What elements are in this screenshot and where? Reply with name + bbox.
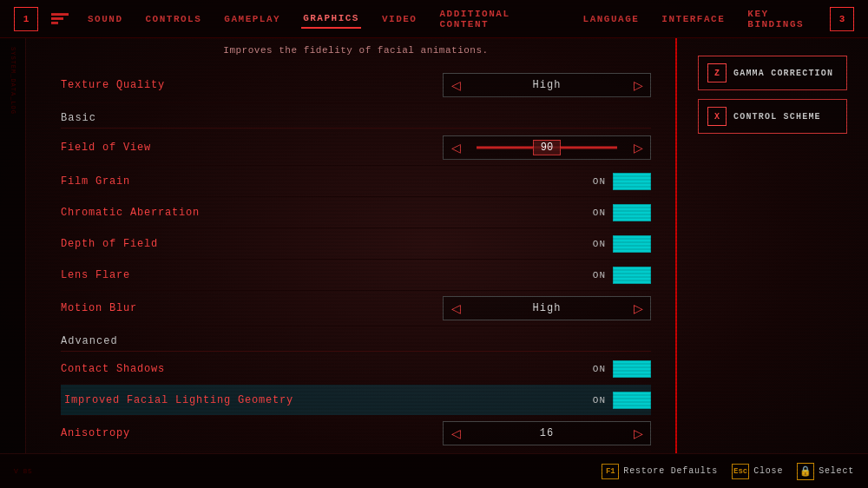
chromatic-aberration-toggle[interactable] [613, 204, 651, 221]
film-grain-label: Film Grain [61, 175, 564, 188]
logo-line-1 [51, 13, 69, 16]
facial-lighting-row: Improved Facial Lighting Geometry ON [61, 385, 651, 416]
lock-icon: 🔒 [797, 463, 814, 480]
fov-left-arrow[interactable]: ◁ [444, 135, 468, 160]
texture-quality-value: High [468, 79, 626, 91]
right-panel: Z GAMMA CORRECTION X CONTROL SCHEME [686, 38, 859, 453]
nav-item-language[interactable]: LANGUAGE [582, 10, 641, 28]
restore-label: Restore Defaults [623, 466, 718, 476]
fov-inner: 90 [468, 136, 626, 159]
version-text: V 85 [14, 467, 32, 475]
close-action: Esc Close [732, 464, 783, 479]
contact-shadows-toggle-label: ON [593, 364, 606, 374]
contact-shadows-row: Contact Shadows ON [61, 353, 651, 385]
anisotropy-value: 16 [468, 427, 626, 439]
motion-blur-right-arrow[interactable]: ▷ [626, 296, 650, 320]
fov-right-arrow[interactable]: ▷ [626, 135, 650, 160]
nav-bar: 1 SOUND CONTROLS GAMEPLAY GRAPHICS VIDEO… [0, 0, 868, 38]
control-scheme-button[interactable]: X CONTROL SCHEME [698, 99, 847, 134]
depth-of-field-toggle-label: ON [593, 239, 606, 249]
anisotropy-row: Anisotropy ◁ 16 ▷ [61, 416, 651, 452]
control-scheme-label: CONTROL SCHEME [733, 112, 821, 122]
lens-flare-toggle-label: ON [593, 270, 606, 280]
facial-lighting-label: Improved Facial Lighting Geometry [64, 394, 564, 406]
main-content: SYSTEM_DATA_LOG Improves the fidelity of… [0, 38, 868, 453]
gamma-correction-button[interactable]: Z GAMMA CORRECTION [698, 56, 847, 90]
left-sidebar: SYSTEM_DATA_LOG [0, 38, 26, 453]
anisotropy-label: Anisotropy [61, 427, 443, 439]
chromatic-aberration-toggle-container: ON [564, 204, 651, 221]
texture-quality-label: Texture Quality [61, 79, 443, 91]
lens-flare-toggle[interactable] [613, 267, 651, 284]
motion-blur-row: Motion Blur ◁ High ▷ [61, 291, 651, 326]
restore-defaults-action: F1 Restore Defaults [602, 464, 718, 479]
description-text: Improves the fidelity of facial animatio… [61, 45, 651, 56]
lens-flare-row: Lens Flare ON [61, 260, 651, 291]
chromatic-aberration-label: Chromatic Aberration [61, 207, 564, 219]
close-key: Esc [732, 464, 749, 479]
nav-item-key-bindings[interactable]: KEY BINDINGS [746, 5, 830, 33]
chromatic-aberration-toggle-label: ON [593, 208, 606, 218]
nav-icon-right: 3 [830, 7, 854, 31]
close-label: Close [753, 466, 783, 476]
depth-of-field-label: Depth of Field [61, 238, 564, 250]
gamma-key: Z [707, 63, 727, 82]
advanced-section-header: Advanced [61, 326, 651, 352]
facial-lighting-toggle-label: ON [593, 395, 606, 406]
texture-quality-row: Texture Quality ◁ High ▷ [61, 68, 651, 103]
depth-of-field-row: Depth of Field ON [61, 228, 651, 260]
film-grain-row: Film Grain ON [61, 166, 651, 197]
fov-label: Field of View [61, 142, 443, 154]
nav-items: SOUND CONTROLS GAMEPLAY GRAPHICS VIDEO A… [86, 5, 830, 33]
control-scheme-key: X [707, 107, 727, 126]
fov-control[interactable]: ◁ 90 ▷ [443, 135, 651, 160]
nav-item-sound[interactable]: SOUND [86, 10, 125, 28]
nav-item-interface[interactable]: INTERFACE [660, 10, 727, 28]
bottom-bar: V 85 F1 Restore Defaults Esc Close 🔒 Sel… [0, 453, 868, 488]
basic-section-header: Basic [61, 103, 651, 129]
bottom-actions: F1 Restore Defaults Esc Close 🔒 Select [602, 463, 854, 480]
select-action: 🔒 Select [797, 463, 854, 480]
restore-key: F1 [602, 464, 619, 479]
anisotropy-control[interactable]: ◁ 16 ▷ [443, 421, 651, 445]
logo-line-3 [51, 22, 58, 24]
film-grain-toggle[interactable] [613, 173, 651, 190]
film-grain-toggle-label: ON [593, 176, 606, 187]
lens-flare-label: Lens Flare [61, 269, 564, 281]
motion-blur-label: Motion Blur [61, 302, 443, 314]
depth-of-field-toggle-container: ON [564, 235, 651, 253]
motion-blur-control[interactable]: ◁ High ▷ [443, 296, 651, 320]
texture-quality-left-arrow[interactable]: ◁ [444, 73, 468, 97]
chromatic-aberration-row: Chromatic Aberration ON [61, 197, 651, 228]
nav-logo [51, 13, 69, 24]
texture-quality-control[interactable]: ◁ High ▷ [443, 73, 651, 97]
depth-of-field-toggle[interactable] [613, 235, 651, 253]
texture-quality-right-arrow[interactable]: ▷ [626, 73, 650, 97]
nav-item-additional-content[interactable]: ADDITIONAL CONTENT [437, 5, 562, 33]
nav-icon-left: 1 [14, 7, 38, 31]
film-grain-toggle-container: ON [564, 173, 651, 190]
logo-line-2 [51, 17, 63, 20]
anisotropy-left-arrow[interactable]: ◁ [444, 421, 468, 445]
nav-item-controls[interactable]: CONTROLS [144, 10, 204, 28]
fov-row: Field of View ◁ 90 ▷ [61, 130, 651, 166]
contact-shadows-label: Contact Shadows [61, 363, 564, 375]
contact-shadows-toggle[interactable] [613, 360, 651, 378]
facial-lighting-toggle-container: ON [564, 392, 651, 409]
nav-item-gameplay[interactable]: GAMEPLAY [222, 10, 282, 28]
nav-item-graphics[interactable]: GRAPHICS [301, 10, 361, 29]
anisotropy-right-arrow[interactable]: ▷ [626, 421, 650, 445]
motion-blur-left-arrow[interactable]: ◁ [444, 296, 468, 320]
fov-value: 90 [533, 140, 561, 155]
motion-blur-value: High [468, 302, 626, 314]
select-label: Select [819, 466, 854, 476]
contact-shadows-toggle-container: ON [564, 360, 651, 378]
settings-panel: Improves the fidelity of facial animatio… [26, 38, 686, 453]
facial-lighting-toggle[interactable] [613, 392, 651, 409]
nav-item-video[interactable]: VIDEO [380, 10, 419, 28]
lens-flare-toggle-container: ON [564, 267, 651, 284]
sidebar-decoration: SYSTEM_DATA_LOG [10, 47, 16, 115]
gamma-label: GAMMA CORRECTION [733, 69, 833, 78]
